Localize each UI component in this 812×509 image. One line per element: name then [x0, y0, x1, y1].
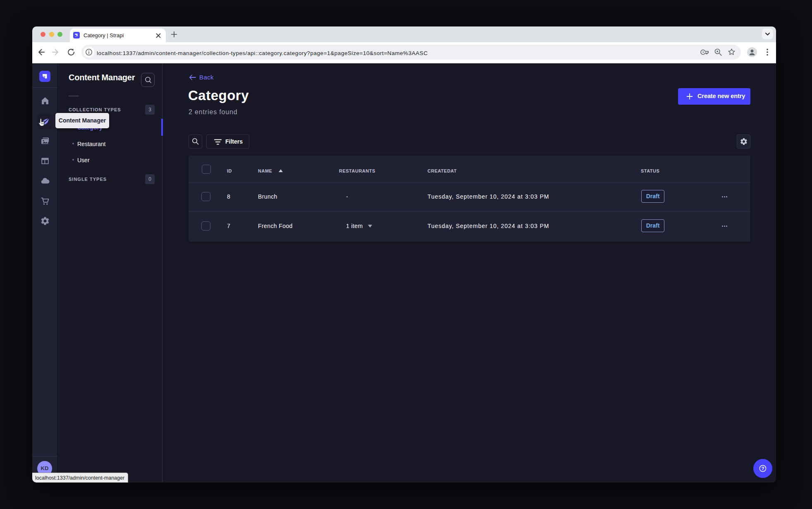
- svg-text:?: ?: [761, 466, 764, 471]
